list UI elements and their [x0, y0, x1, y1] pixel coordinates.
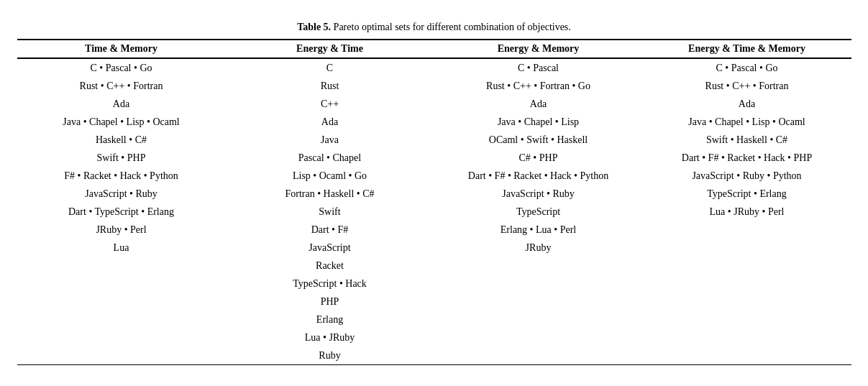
cell-energy-time-memory: [643, 346, 851, 365]
cell-energy-time-memory: [643, 275, 851, 293]
cell-energy-time: Racket: [226, 257, 434, 275]
cell-energy-time: PHP: [226, 293, 434, 311]
cell-time-memory: [17, 275, 226, 293]
cell-energy-memory: [434, 311, 643, 328]
cell-energy-time: Ada: [226, 113, 434, 131]
cell-energy-memory: Ada: [434, 95, 643, 113]
cell-energy-time: Dart • F#: [226, 221, 434, 239]
cell-energy-time: Fortran • Haskell • C#: [226, 185, 434, 203]
cell-energy-time-memory: [643, 293, 851, 311]
table-row: Haskell • C#JavaOCaml • Swift • HaskellS…: [17, 131, 851, 149]
cell-energy-time: Rust: [226, 77, 434, 95]
table-row: Racket: [17, 257, 851, 275]
cell-energy-time: Erlang: [226, 311, 434, 328]
cell-energy-time-memory: C • Pascal • Go: [643, 58, 851, 77]
table-row: LuaJavaScriptJRuby: [17, 239, 851, 257]
table-row: PHP: [17, 293, 851, 311]
cell-energy-time: Swift: [226, 203, 434, 221]
cell-energy-time: Java: [226, 131, 434, 149]
cell-time-memory: Swift • PHP: [17, 149, 226, 167]
cell-time-memory: Java • Chapel • Lisp • Ocaml: [17, 113, 226, 131]
cell-energy-time-memory: Swift • Haskell • C#: [643, 131, 851, 149]
header-energy-memory: Energy & Memory: [434, 40, 643, 58]
cell-energy-time: Pascal • Chapel: [226, 149, 434, 167]
caption-bold: Table 5.: [297, 22, 331, 32]
cell-energy-time-memory: [643, 311, 851, 328]
cell-time-memory: [17, 293, 226, 311]
table-row: Rust • C++ • FortranRustRust • C++ • For…: [17, 77, 851, 95]
cell-energy-time-memory: TypeScript • Erlang: [643, 185, 851, 203]
cell-energy-time-memory: [643, 221, 851, 239]
cell-energy-memory: [434, 346, 643, 365]
header-energy-time: Energy & Time: [226, 40, 434, 58]
table-caption: Table 5. Pareto optimal sets for differe…: [17, 22, 851, 33]
cell-energy-time: C: [226, 58, 434, 77]
table-row: C • Pascal • GoCC • PascalC • Pascal • G…: [17, 58, 851, 77]
table-row: TypeScript • Hack: [17, 275, 851, 293]
cell-time-memory: [17, 328, 226, 346]
cell-energy-memory: [434, 293, 643, 311]
header-energy-time-memory: Energy & Time & Memory: [643, 40, 851, 58]
cell-energy-time-memory: [643, 257, 851, 275]
cell-energy-memory: [434, 328, 643, 346]
caption-rest: Pareto optimal sets for different combin…: [331, 22, 571, 32]
cell-energy-time-memory: [643, 328, 851, 346]
cell-energy-time: Lua • JRuby: [226, 328, 434, 346]
table-row: JavaScript • RubyFortran • Haskell • C#J…: [17, 185, 851, 203]
cell-energy-time-memory: Java • Chapel • Lisp • Ocaml: [643, 113, 851, 131]
cell-time-memory: Ada: [17, 95, 226, 113]
cell-time-memory: [17, 346, 226, 365]
cell-energy-memory: C# • PHP: [434, 149, 643, 167]
table-row: JRuby • PerlDart • F#Erlang • Lua • Perl: [17, 221, 851, 239]
cell-time-memory: [17, 311, 226, 328]
cell-time-memory: Rust • C++ • Fortran: [17, 77, 226, 95]
header-time-memory: Time & Memory: [17, 40, 226, 58]
cell-energy-time-memory: [643, 239, 851, 257]
table-row: Java • Chapel • Lisp • OcamlAdaJava • Ch…: [17, 113, 851, 131]
table-row: AdaC++AdaAda: [17, 95, 851, 113]
cell-energy-memory: OCaml • Swift • Haskell: [434, 131, 643, 149]
cell-time-memory: F# • Racket • Hack • Python: [17, 167, 226, 185]
cell-time-memory: JavaScript • Ruby: [17, 185, 226, 203]
table-row: Erlang: [17, 311, 851, 328]
cell-energy-time-memory: Ada: [643, 95, 851, 113]
cell-energy-memory: C • Pascal: [434, 58, 643, 77]
cell-energy-time: Lisp • Ocaml • Go: [226, 167, 434, 185]
cell-time-memory: Dart • TypeScript • Erlang: [17, 203, 226, 221]
cell-energy-memory: [434, 257, 643, 275]
cell-energy-memory: Java • Chapel • Lisp: [434, 113, 643, 131]
table-row: Swift • PHPPascal • ChapelC# • PHPDart •…: [17, 149, 851, 167]
cell-energy-time-memory: Lua • JRuby • Perl: [643, 203, 851, 221]
cell-energy-time: TypeScript • Hack: [226, 275, 434, 293]
table-row: F# • Racket • Hack • PythonLisp • Ocaml …: [17, 167, 851, 185]
table-container: Table 5. Pareto optimal sets for differe…: [17, 22, 851, 365]
table-row: Ruby: [17, 346, 851, 365]
cell-energy-memory: JRuby: [434, 239, 643, 257]
cell-energy-memory: [434, 275, 643, 293]
cell-energy-time: C++: [226, 95, 434, 113]
table-row: Lua • JRuby: [17, 328, 851, 346]
main-table: Time & Memory Energy & Time Energy & Mem…: [17, 39, 851, 365]
cell-energy-memory: TypeScript: [434, 203, 643, 221]
cell-energy-time-memory: Rust • C++ • Fortran: [643, 77, 851, 95]
cell-energy-time: Ruby: [226, 346, 434, 365]
cell-energy-memory: Rust • C++ • Fortran • Go: [434, 77, 643, 95]
table-row: Dart • TypeScript • ErlangSwiftTypeScrip…: [17, 203, 851, 221]
cell-energy-memory: Erlang • Lua • Perl: [434, 221, 643, 239]
cell-energy-time: JavaScript: [226, 239, 434, 257]
cell-energy-memory: JavaScript • Ruby: [434, 185, 643, 203]
cell-time-memory: JRuby • Perl: [17, 221, 226, 239]
cell-energy-time-memory: JavaScript • Ruby • Python: [643, 167, 851, 185]
cell-energy-memory: Dart • F# • Racket • Hack • Python: [434, 167, 643, 185]
cell-time-memory: [17, 257, 226, 275]
cell-time-memory: Haskell • C#: [17, 131, 226, 149]
cell-time-memory: C • Pascal • Go: [17, 58, 226, 77]
cell-energy-time-memory: Dart • F# • Racket • Hack • PHP: [643, 149, 851, 167]
cell-time-memory: Lua: [17, 239, 226, 257]
